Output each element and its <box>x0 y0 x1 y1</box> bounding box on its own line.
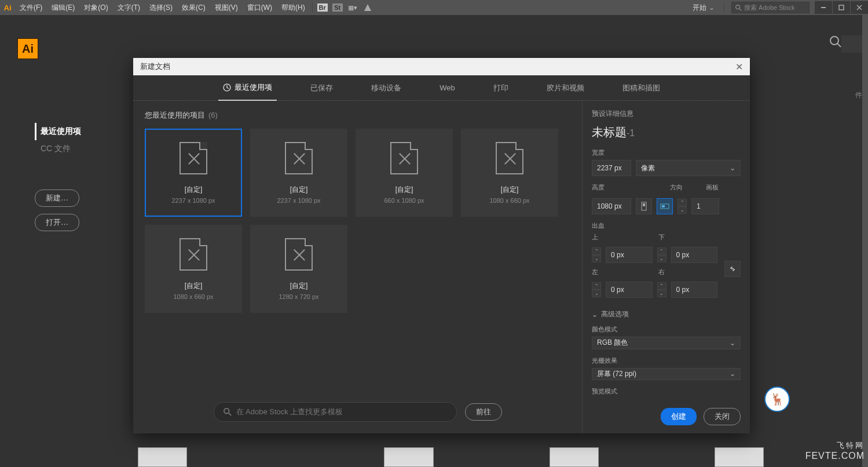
preset-name: [自定] <box>290 281 308 291</box>
menu-type[interactable]: 文字(T) <box>113 0 145 15</box>
minimize-button[interactable] <box>815 1 832 14</box>
nav-recent[interactable]: 最近使用项 <box>35 123 127 140</box>
bg-thumb <box>138 447 187 467</box>
menu-window[interactable]: 窗口(W) <box>243 0 277 15</box>
tab-print[interactable]: 打印 <box>489 76 513 100</box>
preset-name: [自定] <box>501 185 519 195</box>
document-icon <box>285 142 313 174</box>
preset-card[interactable]: [自定] 660 x 1080 px <box>356 129 453 217</box>
menu-help[interactable]: 帮助(H) <box>277 0 310 15</box>
create-button[interactable]: 创建 <box>661 408 697 425</box>
preset-dimensions: 2237 x 1080 px <box>277 197 320 204</box>
category-tabs: 最近使用项 已保存 移动设备 Web 打印 胶片和视频 图稿和插图 <box>133 75 750 101</box>
preset-card[interactable]: [自定] 1080 x 660 px <box>461 129 558 217</box>
bridge-icon[interactable]: Br <box>317 3 328 12</box>
width-input[interactable]: 2237 px <box>592 160 631 176</box>
arrange-icon[interactable]: ▦▾ <box>345 0 360 15</box>
stock-template-search[interactable]: 在 Adobe Stock 上查找更多模板 <box>214 402 457 422</box>
bleed-right-input[interactable]: 0 px <box>671 282 718 298</box>
dialog-close-button[interactable]: ✕ <box>735 61 743 72</box>
document-icon <box>285 238 313 271</box>
tab-saved[interactable]: 已保存 <box>306 76 338 100</box>
tab-mobile[interactable]: 移动设备 <box>367 76 406 100</box>
divider <box>724 2 724 13</box>
menu-view[interactable]: 视图(V) <box>210 0 243 15</box>
portrait-button[interactable] <box>636 198 652 214</box>
preset-name: [自定] <box>185 185 203 195</box>
preset-name: [自定] <box>395 185 413 195</box>
bleed-top-spinner[interactable]: ⌃⌄ <box>592 247 601 262</box>
bg-thumb <box>550 447 599 467</box>
height-input[interactable]: 1080 px <box>592 198 631 214</box>
detail-section-title: 预设详细信息 <box>592 109 741 119</box>
new-button[interactable]: 新建… <box>35 189 79 207</box>
menu-edit[interactable]: 编辑(E) <box>47 0 79 15</box>
stock-go-button[interactable]: 前往 <box>465 403 502 421</box>
bleed-right-spinner[interactable]: ⌃⌄ <box>657 282 666 297</box>
svg-line-7 <box>837 43 841 47</box>
gpu-icon[interactable] <box>360 0 375 15</box>
link-bleed-button[interactable] <box>724 261 741 277</box>
right-panel-strip <box>862 15 868 467</box>
document-title[interactable]: 未标题-1 <box>592 125 741 140</box>
close-button[interactable]: 关闭 <box>704 408 741 425</box>
svg-rect-3 <box>839 5 844 10</box>
document-icon <box>496 142 523 174</box>
stock-icon[interactable]: St <box>332 3 343 12</box>
background-thumbnails <box>138 447 764 467</box>
new-document-dialog: 新建文档 ✕ 最近使用项 已保存 移动设备 Web 打印 胶片和视频 图稿和插图… <box>133 58 750 433</box>
tab-recent[interactable]: 最近使用项 <box>218 75 277 101</box>
start-button[interactable]: 开始 ⌄ <box>686 1 721 14</box>
preview-label: 预览模式 <box>592 387 741 396</box>
panel-toggle[interactable] <box>841 35 862 53</box>
raster-select[interactable]: 屏幕 (72 ppi)⌄ <box>592 368 741 381</box>
artboard-input[interactable]: 1 <box>691 198 719 214</box>
preset-card[interactable]: [自定] 2237 x 1080 px <box>250 129 347 217</box>
raster-label: 光栅效果 <box>592 356 741 365</box>
menubar: Ai 文件(F) 编辑(E) 对象(O) 文字(T) 选择(S) 效果(C) 视… <box>0 0 868 15</box>
bg-thumb <box>715 447 764 467</box>
preset-card[interactable]: [自定] 2237 x 1080 px <box>145 129 242 217</box>
maximize-button[interactable] <box>833 1 850 14</box>
color-mode-label: 颜色模式 <box>592 325 741 334</box>
preset-card[interactable]: [自定] 1280 x 720 px <box>250 225 347 313</box>
svg-line-10 <box>228 413 230 415</box>
menu-select[interactable]: 选择(S) <box>145 0 177 15</box>
bleed-bottom-input[interactable]: 0 px <box>671 247 718 263</box>
preset-detail-panel: 预设详细信息 未标题-1 宽度 2237 px 像素⌄ 高度 方向画板 1080… <box>582 101 750 433</box>
preset-dimensions: 1280 x 720 px <box>279 293 318 300</box>
svg-line-1 <box>739 8 741 10</box>
advanced-toggle[interactable]: ⌄高级选项 <box>592 309 741 319</box>
bleed-left-spinner[interactable]: ⌃⌄ <box>592 282 601 297</box>
unit-select[interactable]: 像素⌄ <box>636 160 741 176</box>
svg-rect-14 <box>662 205 665 207</box>
watermark-text: 飞特网 FEVTE.COM <box>805 440 865 461</box>
nav-cc-files[interactable]: CC 文件 <box>35 140 127 158</box>
stock-search-input[interactable]: 搜索 Adobe Stock <box>731 2 810 13</box>
svg-point-0 <box>736 5 740 9</box>
tab-film[interactable]: 胶片和视频 <box>542 76 589 100</box>
document-icon <box>390 142 418 174</box>
search-icon[interactable] <box>829 35 842 51</box>
bleed-bottom-spinner[interactable]: ⌃⌄ <box>657 247 666 262</box>
menu-object[interactable]: 对象(O) <box>79 0 112 15</box>
preset-dimensions: 1080 x 660 px <box>173 293 213 300</box>
menu-effect[interactable]: 效果(C) <box>177 0 210 15</box>
tab-web[interactable]: Web <box>435 76 460 99</box>
tab-art[interactable]: 图稿和插图 <box>618 76 665 100</box>
color-mode-select[interactable]: RGB 颜色⌄ <box>592 337 741 349</box>
orient-label: 方向 <box>670 183 683 192</box>
width-label: 宽度 <box>592 148 741 157</box>
landscape-button[interactable] <box>657 198 673 214</box>
bleed-top-input[interactable]: 0 px <box>606 247 653 263</box>
preset-card[interactable]: [自定] 1080 x 660 px <box>145 225 242 313</box>
bleed-left-input[interactable]: 0 px <box>606 282 653 298</box>
preset-dimensions: 660 x 1080 px <box>384 197 424 204</box>
close-window-button[interactable] <box>851 1 868 14</box>
artboard-spinner[interactable]: ⌃⌄ <box>677 199 687 214</box>
watermark-logo: 🦌 <box>764 386 790 412</box>
open-button[interactable]: 打开… <box>35 214 79 231</box>
menu-file[interactable]: 文件(F) <box>15 0 47 15</box>
document-icon <box>180 238 207 271</box>
preset-dimensions: 1080 x 660 px <box>489 197 529 204</box>
